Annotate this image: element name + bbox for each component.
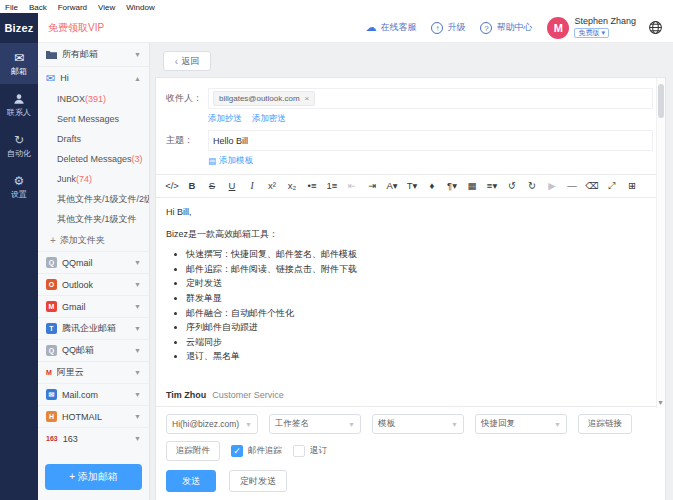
account-row[interactable]: 163163▼	[38, 427, 149, 449]
signature-title: Customer Service	[212, 390, 284, 400]
folder-item[interactable]: 其他文件夹/1级文件/2级...	[38, 189, 149, 209]
automation-icon: ↻	[14, 133, 24, 146]
undo-icon[interactable]: ↺	[502, 175, 522, 197]
fullscreen-icon[interactable]: ⤢	[602, 175, 622, 197]
left-nav-rail: Bizez ✉邮箱联系人↻自动化⚙设置	[0, 13, 38, 500]
qqmail-icon: Q	[46, 257, 57, 268]
subject-input[interactable]: Hello Bill	[208, 130, 653, 151]
account-row[interactable]: HHOTMAIL▼	[38, 405, 149, 427]
plan-badge[interactable]: 免费版 ▾	[574, 28, 608, 38]
avatar[interactable]: M	[547, 17, 569, 39]
header-nav: ☁在线客服↑升级?帮助中心	[365, 21, 532, 34]
upgrade-nav-item[interactable]: ↑升级	[431, 21, 465, 34]
folder-unread-count: (391)	[85, 94, 106, 104]
add-bcc-link[interactable]: 添加密送	[252, 113, 286, 125]
account-row[interactable]: M阿里云▼	[38, 361, 149, 383]
account-name: Hi	[60, 73, 69, 83]
recipient-tag: billgates@outlook.com ×	[213, 91, 315, 106]
language-globe-icon[interactable]	[648, 20, 663, 35]
account-header-hi[interactable]: ✉ Hi ▲	[38, 67, 149, 89]
track-link-button[interactable]: 追踪链接	[578, 414, 632, 434]
rail-item-contacts[interactable]: 联系人	[0, 84, 38, 125]
folder-item[interactable]: Deleted Messages(3)	[38, 149, 149, 169]
folder-item[interactable]: Sent Messages	[38, 109, 149, 129]
insert-table-icon[interactable]: ⊞	[622, 175, 642, 197]
add-cc-link[interactable]: 添加抄送	[208, 113, 242, 125]
font-color-icon[interactable]: A▾	[382, 175, 402, 197]
underline-icon[interactable]: U	[222, 175, 242, 197]
from-account-select[interactable]: Hi(hi@bizez.com)▼	[166, 414, 258, 434]
rail-item-automation[interactable]: ↻自动化	[0, 125, 38, 166]
account-name: Outlook	[62, 280, 93, 290]
folder-item[interactable]: 其他文件夹/1级文件	[38, 209, 149, 229]
subscript-icon[interactable]: x₂	[282, 175, 302, 197]
folder-item[interactable]: Junk(74)	[38, 169, 149, 189]
superscript-icon[interactable]: x²	[262, 175, 282, 197]
track-attachment-button[interactable]: 追踪附件	[166, 441, 220, 461]
footer-send-row: 发送 定时发送	[166, 470, 655, 492]
bold-icon[interactable]: B	[182, 175, 202, 197]
unsubscribe-checkbox[interactable]	[293, 445, 305, 457]
folder-item-label: 其他文件夹/1级文件	[57, 213, 137, 226]
os-menu-back[interactable]: Back	[29, 3, 47, 12]
os-menu-window[interactable]: Window	[126, 3, 154, 12]
os-menu-view[interactable]: View	[98, 3, 115, 12]
highlight-color-icon[interactable]: ♦	[422, 175, 442, 197]
recipient-row: 收件人： billgates@outlook.com ×	[166, 88, 653, 109]
account-row[interactable]: ✉Mail.com▼	[38, 383, 149, 405]
redo-icon[interactable]: ↻	[522, 175, 542, 197]
account-row[interactable]: QQQmail▼	[38, 251, 149, 273]
remove-recipient-icon[interactable]: ×	[305, 94, 310, 103]
rail-item-settings[interactable]: ⚙设置	[0, 166, 38, 207]
template-select[interactable]: 模板▼	[372, 414, 464, 434]
folder-panel: 所有邮箱 ▼ ✉ Hi ▲ INBOX(391)Sent MessagesDra…	[38, 43, 150, 500]
back-button[interactable]: ‹ 返回	[163, 51, 211, 71]
horizontal-rule-icon[interactable]: —	[562, 175, 582, 197]
folder-item[interactable]: Drafts	[38, 129, 149, 149]
paragraph-format-icon[interactable]: ¶▾	[442, 175, 462, 197]
user-menu[interactable]: M Stephen Zhang 免费版 ▾	[547, 17, 636, 39]
os-menu-file[interactable]: File	[5, 3, 18, 12]
scroll-down-arrow-icon[interactable]: ▼	[657, 399, 664, 406]
add-mailbox-button[interactable]: + 添加邮箱	[45, 464, 142, 490]
account-row[interactable]: MGmail▼	[38, 295, 149, 317]
aliyun-mail-icon: M	[46, 367, 52, 378]
italic-icon[interactable]: I	[242, 175, 262, 197]
scrollbar[interactable]: ▼	[656, 78, 665, 408]
insert-image-icon[interactable]: ▦	[462, 175, 482, 197]
header-nav-label: 在线客服	[380, 21, 416, 34]
add-folder-button[interactable]: + 添加文件夹	[38, 229, 149, 251]
add-template-link[interactable]: ▤ 添加模板	[166, 155, 653, 167]
all-mailboxes-dropdown[interactable]: 所有邮箱 ▼	[38, 43, 149, 67]
strikethrough-icon[interactable]: S	[202, 175, 222, 197]
mail-tracking-checkbox[interactable]: ✓	[231, 445, 243, 457]
email-body-editor[interactable]: Hi Bill, Bizez是一款高效邮箱工具： 快速撰写：快捷回复、邮件签名、…	[156, 198, 665, 406]
free-vip-link[interactable]: 免费领取VIP	[48, 21, 104, 35]
align-icon[interactable]: ≡▾	[482, 175, 502, 197]
help-center-nav-item[interactable]: ?帮助中心	[480, 21, 532, 34]
account-row[interactable]: QQQ邮箱▼	[38, 339, 149, 361]
account-row[interactable]: T腾讯企业邮箱▼	[38, 317, 149, 339]
send-button[interactable]: 发送	[166, 470, 216, 492]
os-menu-forward[interactable]: Forward	[58, 3, 87, 12]
code-view-icon[interactable]: </>	[162, 175, 182, 197]
recipient-input[interactable]: billgates@outlook.com ×	[208, 88, 653, 109]
font-size-icon[interactable]: T▾	[402, 175, 422, 197]
numbered-list-icon[interactable]: 1≡	[322, 175, 342, 197]
rail-item-label: 联系人	[7, 107, 31, 118]
bullet-list-icon[interactable]: •≡	[302, 175, 322, 197]
folder-icon	[46, 50, 57, 59]
folder-item[interactable]: INBOX(391)	[38, 89, 149, 109]
quick-reply-select[interactable]: 快捷回复▼	[475, 414, 567, 434]
indent-icon[interactable]: ⇥	[362, 175, 382, 197]
scrollbar-handle[interactable]	[658, 84, 664, 118]
schedule-send-button[interactable]: 定时发送	[229, 470, 287, 492]
clear-format-icon[interactable]: ⌫	[582, 175, 602, 197]
customer-service-nav-item[interactable]: ☁在线客服	[365, 21, 416, 34]
account-row[interactable]: OOutlook▼	[38, 273, 149, 295]
rail-item-mail[interactable]: ✉邮箱	[0, 43, 38, 84]
insert-video-icon[interactable]: ▶	[542, 175, 562, 197]
template-icon: ▤	[208, 156, 216, 166]
outdent-icon[interactable]: ⇤	[342, 175, 362, 197]
signature-select[interactable]: 工作签名▼	[269, 414, 361, 434]
